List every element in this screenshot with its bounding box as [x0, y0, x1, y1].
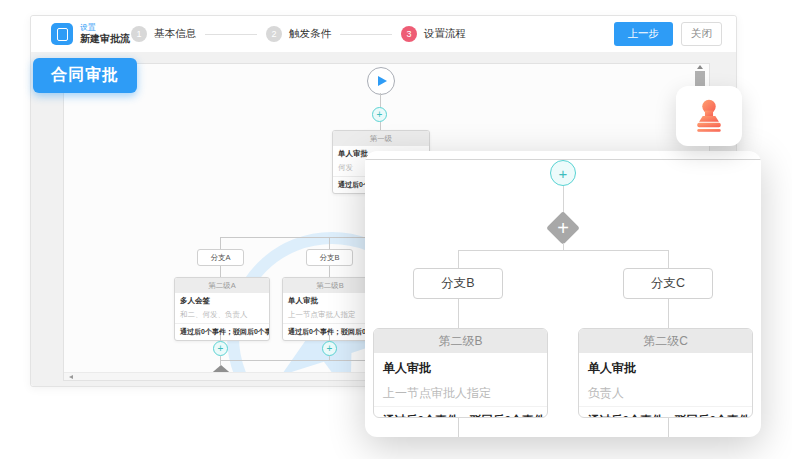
branch-split-line: [458, 250, 668, 251]
node-approval-type: 单人审批: [283, 293, 377, 309]
connector: [668, 299, 669, 328]
node-title: 第二级A: [175, 278, 269, 293]
add-node-button[interactable]: +: [213, 341, 228, 356]
connector: [220, 266, 221, 277]
branch-c-button[interactable]: 分支C: [623, 268, 713, 299]
flow-name-badge: 合同审批: [33, 58, 137, 93]
connector: [563, 186, 564, 213]
page: 设置 新建审批流 1 基本信息 2 触发条件 3 设置流程: [0, 0, 792, 459]
node-events: 通过后0个事件；驳回后0个事件: [283, 323, 377, 340]
connector: [380, 93, 381, 107]
connector: [220, 237, 221, 249]
step-3-label: 设置流程: [424, 27, 466, 41]
connector: [668, 418, 669, 437]
app-text: 设置 新建审批流: [80, 24, 130, 45]
document-icon: [51, 23, 73, 45]
node-title: 第二级B: [374, 329, 547, 353]
app-identity: 设置 新建审批流: [51, 23, 130, 45]
node-assignee: 负责人: [579, 381, 752, 406]
page-title: 新建审批流: [80, 33, 130, 44]
node-events: 通过后0个事件；驳回后0个事件: [579, 406, 752, 418]
node-approval-type: 单人审批: [374, 353, 547, 381]
play-icon: [378, 76, 387, 86]
step-1-label: 基本信息: [154, 27, 196, 41]
add-node-button[interactable]: +: [322, 341, 337, 356]
branch-b-button[interactable]: 分支B: [306, 249, 353, 266]
step-indicator: 1 基本信息 2 触发条件 3 设置流程: [131, 16, 466, 52]
node-assignee: 上一节点审批人指定: [374, 381, 547, 406]
app-subtitle: 设置: [80, 24, 130, 33]
condition-node[interactable]: +: [548, 213, 578, 243]
approval-node-level2b-zoomed[interactable]: 第二级B 单人审批 上一节点审批人指定 通过后0个事件；驳回后0个事件: [373, 328, 548, 418]
node-title: 第一级: [333, 131, 429, 146]
condition-plus-icon: +: [548, 213, 578, 243]
add-node-button[interactable]: +: [372, 107, 387, 122]
start-node[interactable]: [367, 67, 395, 95]
connector: [458, 418, 459, 437]
scroll-up-arrow-icon[interactable]: [697, 65, 703, 69]
step-set-process[interactable]: 3 设置流程: [401, 26, 466, 42]
step-basic-info[interactable]: 1 基本信息: [131, 26, 196, 42]
node-title: 第二级B: [283, 278, 377, 293]
connector: [563, 243, 564, 250]
scroll-left-arrow-icon[interactable]: [69, 375, 73, 379]
stamp-card: [676, 86, 742, 146]
close-button[interactable]: 关闭: [681, 22, 722, 46]
previous-step-button[interactable]: 上一步: [614, 22, 674, 46]
connector: [668, 250, 669, 268]
connector: [329, 237, 330, 249]
node-approval-type: 多人会签: [175, 293, 269, 309]
branch-b-button[interactable]: 分支B: [413, 268, 503, 299]
connector: [380, 122, 381, 130]
approval-node-level2b[interactable]: 第二级B 单人审批 上一节点审批人指定 通过后0个事件；驳回后0个事件: [282, 277, 378, 341]
stamp-icon: [691, 98, 727, 134]
node-assignee: 上一节点审批人指定: [283, 309, 377, 323]
step-3-circle: 3: [401, 26, 417, 42]
node-title: 第二级C: [579, 329, 752, 353]
connector: [458, 299, 459, 328]
step-2-label: 触发条件: [289, 27, 331, 41]
node-events: 通过后0个事件；驳回后0个事件: [175, 323, 269, 340]
approval-node-level2c-zoomed[interactable]: 第二级C 单人审批 负责人 通过后0个事件；驳回后0个事件: [578, 328, 753, 418]
header-buttons: 上一步 关闭: [614, 16, 723, 52]
step-trigger-condition[interactable]: 2 触发条件: [266, 26, 331, 42]
step-1-circle: 1: [131, 26, 147, 42]
step-connector: [205, 34, 257, 35]
add-node-button[interactable]: +: [550, 160, 576, 186]
node-events: 通过后0个事件；驳回后0个事件: [374, 406, 547, 418]
connector: [329, 266, 330, 277]
window-header: 设置 新建审批流 1 基本信息 2 触发条件 3 设置流程: [31, 16, 736, 53]
approval-node-level2a[interactable]: 第二级A 多人会签 和二、何发、负责人 通过后0个事件；驳回后0个事件: [174, 277, 270, 341]
step-connector: [340, 34, 392, 35]
node-assignee: 和二、何发、负责人: [175, 309, 269, 323]
connector: [458, 250, 459, 268]
branch-a-button[interactable]: 分支A: [197, 249, 244, 266]
step-2-circle: 2: [266, 26, 282, 42]
zoom-overlay-panel: + + 分支B 分支C 第二级B 单人审批 上一节点审批人指定 通过后0个事件；…: [365, 151, 761, 437]
node-approval-type: 单人审批: [579, 353, 752, 381]
